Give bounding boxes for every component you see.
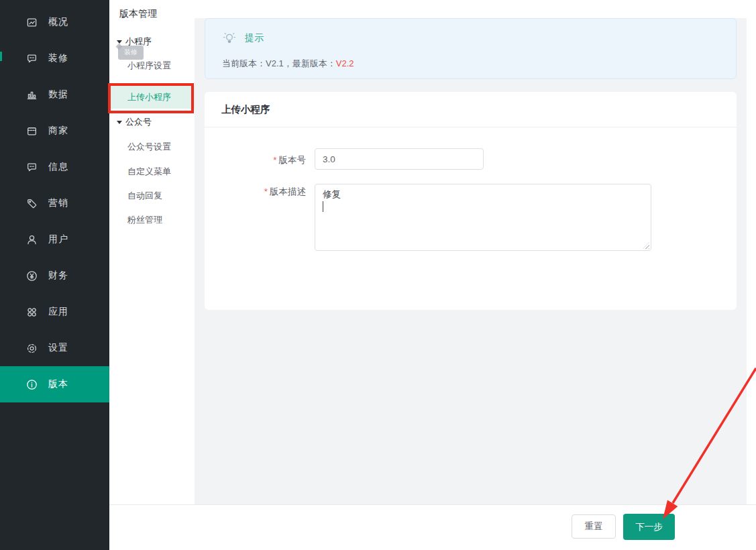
marketing-icon <box>25 197 38 210</box>
user-icon <box>25 233 38 246</box>
form-title: 上传小程序 <box>205 92 737 127</box>
sidebar-item-label: 营销 <box>48 197 68 209</box>
sidebar-item-marketing[interactable]: 营销 <box>0 185 109 221</box>
sidebar-item-users[interactable]: 用户 <box>0 221 109 258</box>
message-icon <box>25 161 38 174</box>
latest-version-value: V2.2 <box>336 58 354 68</box>
main-content: 提示 当前版本：V2.1，最新版本：V2.2 上传小程序 *版本号 *版本描述 … <box>195 0 747 550</box>
submenu-item-label: 粉丝管理 <box>127 214 162 226</box>
submenu-item-custom-menu[interactable]: 自定义菜单 <box>109 164 195 179</box>
submenu-item-label: 上传小程序 <box>127 91 171 103</box>
sidebar-item-label: 装修 <box>48 52 68 64</box>
sidebar-item-finance[interactable]: 财务 <box>0 258 109 294</box>
submenu-item-label: 自定义菜单 <box>127 166 171 178</box>
submenu-item-miniprogram-settings[interactable]: 小程序设置 <box>109 58 195 73</box>
version-upload-page: 概况 装修 数据 商家 信息 营销 用户 财务 <box>0 0 756 550</box>
version-number-label: *版本号 <box>205 154 306 166</box>
version-description-label: *版本描述 <box>205 186 306 198</box>
decorate-icon <box>25 52 38 65</box>
version-description-textarea[interactable]: 修复 <box>315 184 651 251</box>
overview-icon <box>25 16 38 29</box>
sidebar-item-version[interactable]: 版本 <box>0 366 109 402</box>
main-sidebar: 概况 装修 数据 商家 信息 营销 用户 财务 <box>0 0 109 550</box>
field-label-text: 版本号 <box>279 155 307 165</box>
submenu-item-label: 小程序设置 <box>127 60 171 72</box>
submenu-group-label: 公众号 <box>125 116 152 128</box>
submenu-item-label: 自动回复 <box>127 190 162 202</box>
apps-icon <box>25 306 38 319</box>
submenu-group-official-account[interactable]: 公众号 <box>109 115 195 129</box>
scroll-gutter <box>747 0 756 550</box>
reset-button[interactable]: 重置 <box>572 514 616 539</box>
tip-title: 提示 <box>245 32 264 44</box>
sidebar-item-apps[interactable]: 应用 <box>0 294 109 330</box>
submenu-item-label: 公众号设置 <box>127 141 171 153</box>
settings-icon <box>25 342 38 355</box>
required-asterisk: * <box>273 155 276 165</box>
version-description-wrap: 修复 <box>315 184 651 251</box>
sidebar-item-label: 应用 <box>48 306 68 318</box>
submenu-title: 版本管理 <box>119 8 157 20</box>
sidebar-item-label: 用户 <box>48 233 68 245</box>
field-label-text: 版本描述 <box>270 186 306 197</box>
form-action-bar: 重置 下一步 <box>109 504 756 550</box>
required-asterisk: * <box>264 186 268 197</box>
sidebar-item-message[interactable]: 信息 <box>0 149 109 185</box>
data-icon <box>25 89 38 101</box>
sidebar-item-label: 概况 <box>48 16 68 28</box>
tip-version-text: 当前版本：V2.1，最新版本：V2.2 <box>222 58 354 70</box>
current-version-text: 当前版本：V2.1，最新版本： <box>222 58 336 68</box>
finance-icon <box>25 270 38 282</box>
upload-form-card: 上传小程序 *版本号 *版本描述 修复 <box>205 92 737 310</box>
sidebar-item-label: 信息 <box>48 161 68 173</box>
merchant-icon <box>25 125 38 138</box>
next-step-button[interactable]: 下一步 <box>623 514 675 540</box>
sidebar-item-label: 数据 <box>48 89 68 101</box>
version-tip-card: 提示 当前版本：V2.1，最新版本：V2.2 <box>205 18 737 79</box>
sidebar-item-label: 版本 <box>48 378 68 390</box>
sidebar-item-label: 设置 <box>48 342 68 354</box>
version-number-input[interactable] <box>315 148 484 170</box>
version-submenu: 版本管理 小程序 装修 小程序设置 上传小程序 公众号 公众号设置 自定义菜单 … <box>109 0 195 550</box>
caret-down-icon <box>117 121 122 124</box>
sidebar-item-label: 财务 <box>48 270 68 282</box>
submenu-group-label: 小程序 <box>125 36 152 48</box>
tip-header: 提示 <box>222 31 264 46</box>
sidebar-item-data[interactable]: 数据 <box>0 76 109 113</box>
version-icon <box>25 378 38 391</box>
submenu-group-miniprogram[interactable]: 小程序 <box>109 34 195 49</box>
submenu-item-auto-reply[interactable]: 自动回复 <box>109 188 195 203</box>
submenu-item-upload-miniprogram[interactable]: 上传小程序 <box>109 86 195 109</box>
sidebar-item-overview[interactable]: 概况 <box>0 4 109 40</box>
sidebar-item-decorate[interactable]: 装修 <box>0 40 109 76</box>
caret-down-icon <box>117 40 122 44</box>
sidebar-item-settings[interactable]: 设置 <box>0 330 109 366</box>
lightbulb-icon <box>222 31 237 46</box>
submenu-item-official-account-settings[interactable]: 公众号设置 <box>109 140 195 154</box>
sidebar-item-label: 商家 <box>48 125 68 137</box>
sidebar-item-merchant[interactable]: 商家 <box>0 113 109 149</box>
submenu-item-fans-management[interactable]: 粉丝管理 <box>109 213 195 227</box>
top-strip <box>195 0 747 18</box>
